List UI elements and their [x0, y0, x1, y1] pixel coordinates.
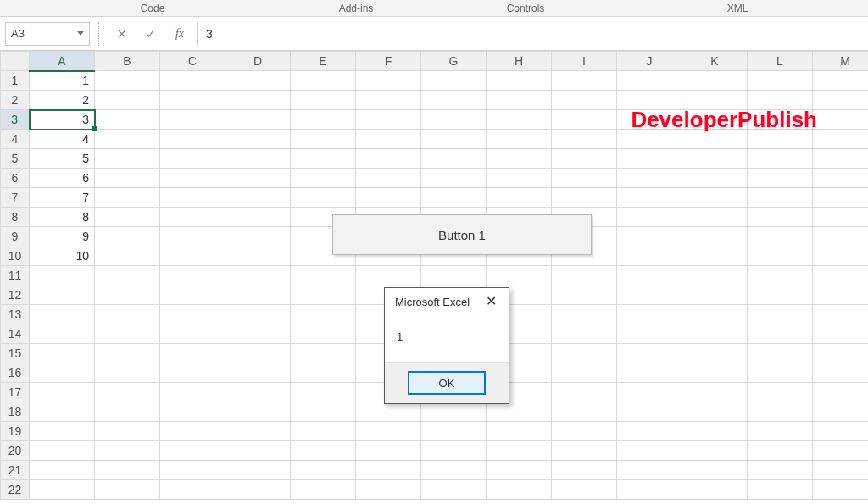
cell-J15[interactable]: [617, 344, 682, 363]
cell-K19[interactable]: [682, 422, 748, 441]
cell-E1[interactable]: [291, 71, 356, 91]
cell-L8[interactable]: [748, 208, 813, 227]
cell-M3[interactable]: [813, 110, 869, 130]
cell-B4[interactable]: [95, 130, 160, 149]
cell-D17[interactable]: [225, 383, 291, 402]
cell-D22[interactable]: [225, 480, 291, 500]
cell-H21[interactable]: [487, 461, 552, 480]
cell-E11[interactable]: [291, 266, 356, 285]
cell-C1[interactable]: [160, 71, 225, 91]
row-header-5[interactable]: 5: [1, 149, 30, 169]
cell-D14[interactable]: [225, 324, 291, 344]
cell-I14[interactable]: [552, 324, 617, 344]
cell-F1[interactable]: [356, 71, 421, 91]
cell-J1[interactable]: [617, 71, 682, 91]
column-header-K[interactable]: K: [682, 52, 748, 71]
row-header-9[interactable]: 9: [1, 227, 30, 246]
cell-C20[interactable]: [160, 441, 225, 461]
cell-M11[interactable]: [813, 266, 869, 285]
cell-L4[interactable]: [748, 130, 813, 149]
row-header-20[interactable]: 20: [1, 441, 30, 461]
cell-B22[interactable]: [95, 480, 160, 500]
cell-J8[interactable]: [617, 208, 682, 227]
cell-I19[interactable]: [552, 422, 617, 441]
cell-E3[interactable]: [291, 110, 356, 130]
column-header-H[interactable]: H: [487, 52, 552, 71]
row-header-17[interactable]: 17: [1, 383, 30, 402]
cell-M20[interactable]: [813, 441, 869, 461]
cell-M22[interactable]: [813, 480, 869, 500]
cell-A2[interactable]: 2: [30, 91, 95, 110]
cell-G3[interactable]: [421, 110, 487, 130]
cell-D6[interactable]: [225, 169, 291, 188]
cell-J3[interactable]: [617, 110, 682, 130]
cell-F21[interactable]: [356, 461, 421, 480]
cell-B3[interactable]: [95, 110, 160, 130]
cell-J18[interactable]: [617, 402, 682, 422]
cell-H6[interactable]: [487, 169, 552, 188]
cell-K16[interactable]: [682, 363, 748, 383]
cell-J12[interactable]: [617, 285, 682, 305]
column-header-M[interactable]: M: [813, 52, 869, 71]
spreadsheet-grid[interactable]: ABCDEFGHIJKLM112233445566778899101011121…: [0, 51, 868, 504]
cell-I5[interactable]: [552, 149, 617, 169]
row-header-10[interactable]: 10: [1, 246, 30, 266]
cell-K15[interactable]: [682, 344, 748, 363]
cell-F2[interactable]: [356, 91, 421, 110]
cell-B12[interactable]: [95, 285, 160, 305]
cell-K12[interactable]: [682, 285, 748, 305]
column-header-G[interactable]: G: [421, 52, 487, 71]
cell-I11[interactable]: [552, 266, 617, 285]
row-header-7[interactable]: 7: [1, 188, 30, 208]
cell-J14[interactable]: [617, 324, 682, 344]
cell-E20[interactable]: [291, 441, 356, 461]
cell-M15[interactable]: [813, 344, 869, 363]
cell-J13[interactable]: [617, 305, 682, 324]
cell-B10[interactable]: [95, 246, 160, 266]
cell-J2[interactable]: [617, 91, 682, 110]
column-header-F[interactable]: F: [356, 52, 421, 71]
cell-B1[interactable]: [95, 71, 160, 91]
cell-A20[interactable]: [30, 441, 95, 461]
cell-K9[interactable]: [682, 227, 748, 246]
cell-D5[interactable]: [225, 149, 291, 169]
cell-D11[interactable]: [225, 266, 291, 285]
ok-button[interactable]: OK: [408, 371, 486, 395]
cell-I12[interactable]: [552, 285, 617, 305]
cell-I18[interactable]: [552, 402, 617, 422]
column-header-L[interactable]: L: [748, 52, 813, 71]
cell-A21[interactable]: [30, 461, 95, 480]
cell-L14[interactable]: [748, 324, 813, 344]
cell-C13[interactable]: [160, 305, 225, 324]
cell-J17[interactable]: [617, 383, 682, 402]
column-header-A[interactable]: A: [30, 52, 95, 71]
cell-L22[interactable]: [748, 480, 813, 500]
cell-D4[interactable]: [225, 130, 291, 149]
cell-C21[interactable]: [160, 461, 225, 480]
cell-K17[interactable]: [682, 383, 748, 402]
cell-G4[interactable]: [421, 130, 487, 149]
cell-D9[interactable]: [225, 227, 291, 246]
cell-B20[interactable]: [95, 441, 160, 461]
cell-J4[interactable]: [617, 130, 682, 149]
cell-C5[interactable]: [160, 149, 225, 169]
column-header-D[interactable]: D: [225, 52, 291, 71]
cell-L12[interactable]: [748, 285, 813, 305]
cell-A11[interactable]: [30, 266, 95, 285]
cell-E5[interactable]: [291, 149, 356, 169]
cell-A17[interactable]: [30, 383, 95, 402]
cell-K13[interactable]: [682, 305, 748, 324]
cell-H22[interactable]: [487, 480, 552, 500]
cell-B18[interactable]: [95, 402, 160, 422]
row-header-11[interactable]: 11: [1, 266, 30, 285]
cell-M19[interactable]: [813, 422, 869, 441]
cell-B5[interactable]: [95, 149, 160, 169]
cell-G2[interactable]: [421, 91, 487, 110]
cell-D16[interactable]: [225, 363, 291, 383]
cell-C11[interactable]: [160, 266, 225, 285]
cell-J10[interactable]: [617, 246, 682, 266]
row-header-8[interactable]: 8: [1, 208, 30, 227]
cell-I7[interactable]: [552, 188, 617, 208]
cell-H18[interactable]: [487, 402, 552, 422]
cell-M5[interactable]: [813, 149, 869, 169]
